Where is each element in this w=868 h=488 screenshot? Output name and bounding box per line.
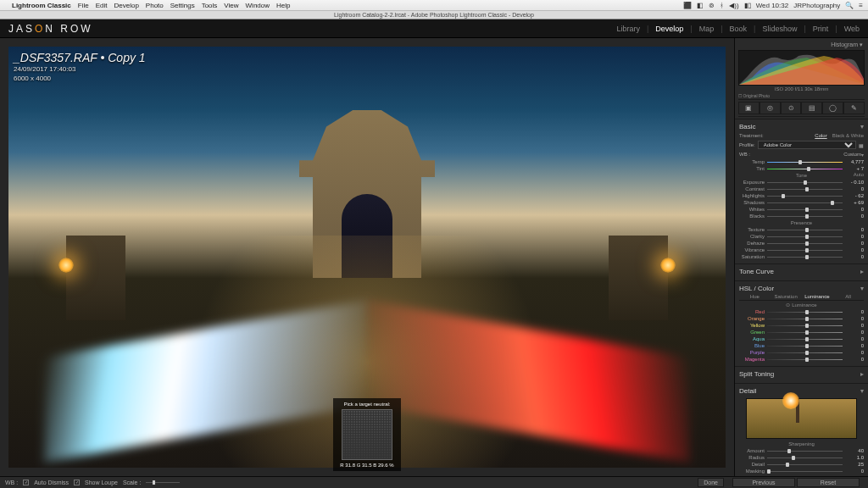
auto-dismiss-checkbox[interactable]: ✓ (23, 480, 29, 485)
module-library[interactable]: Library (616, 25, 640, 33)
radial-tool-icon[interactable]: ◯ (822, 102, 843, 114)
module-develop[interactable]: Develop (655, 25, 683, 33)
lum-aqua-slider[interactable] (767, 336, 843, 341)
done-button[interactable]: Done (698, 478, 724, 487)
texture-slider[interactable] (767, 227, 843, 232)
menu-help[interactable]: Help (276, 2, 290, 9)
brush-tool-icon[interactable]: ✎ (843, 102, 865, 114)
menu-develop[interactable]: Develop (114, 2, 138, 9)
module-book[interactable]: Book (730, 25, 748, 33)
scale-slider[interactable] (146, 482, 180, 483)
menu-edit[interactable]: Edit (96, 2, 108, 9)
lum-purple-slider[interactable] (767, 350, 843, 355)
previous-button[interactable]: Previous (732, 478, 795, 487)
filename: _DSF3357.RAF • Copy 1 (14, 50, 146, 65)
profile-select[interactable]: Adobe Color (758, 141, 856, 149)
battery-icon[interactable]: ▮▯ (744, 2, 751, 9)
lum-red-slider[interactable] (767, 309, 843, 314)
tint-value[interactable]: + 7 (845, 166, 864, 171)
capture-time: 24/09/2017 17:40:03 (14, 65, 146, 74)
module-web[interactable]: Web (844, 25, 860, 33)
detail-panel: Detail▾ Sharpening Amount40 Radius1.0 De… (735, 383, 868, 476)
sharpen-amount-slider[interactable] (767, 448, 843, 453)
crop-tool-icon[interactable]: ▣ (738, 102, 760, 114)
lum-magenta-slider[interactable] (767, 357, 843, 362)
hsl-tab-sat[interactable]: Saturation (771, 294, 802, 299)
detail-panel-header[interactable]: Detail▾ (739, 385, 864, 396)
shadows-slider[interactable] (767, 200, 843, 205)
treatment-bw[interactable]: Black & White (832, 133, 864, 138)
lum-orange-slider[interactable] (767, 316, 843, 321)
menu-file[interactable]: File (78, 2, 89, 9)
user-name[interactable]: JRPhotography (793, 2, 840, 9)
redeye-tool-icon[interactable]: ⊙ (781, 102, 802, 114)
bluetooth-icon[interactable]: ᚼ (720, 2, 724, 9)
basic-panel-header[interactable]: Basic▾ (739, 121, 864, 132)
temp-value[interactable]: 4,777 (845, 159, 864, 164)
histogram-title[interactable]: Histogram ▾ (738, 40, 865, 50)
hsl-tab-lum[interactable]: Luminance (802, 294, 833, 299)
contrast-slider[interactable] (767, 186, 843, 191)
temp-slider[interactable] (767, 159, 843, 164)
spot-tool-icon[interactable]: ◎ (760, 102, 781, 114)
menu-photo[interactable]: Photo (146, 2, 164, 9)
menu-view[interactable]: View (224, 2, 238, 9)
show-loupe-checkbox[interactable]: ✓ (74, 480, 80, 485)
hsl-tab-hue[interactable]: Hue (739, 294, 771, 299)
auto-tone-button[interactable]: Auto (854, 172, 864, 177)
module-slideshow[interactable]: Slideshow (762, 25, 797, 33)
histogram-exif: ISO 200 f/11 30s 18mm (738, 86, 865, 92)
hsl-tab-all[interactable]: All (832, 294, 864, 299)
lum-blue-slider[interactable] (767, 343, 843, 348)
status-icon[interactable]: ◧ (697, 2, 704, 9)
treatment-color[interactable]: Color (815, 133, 826, 138)
vibrance-slider[interactable] (767, 247, 843, 252)
volume-icon[interactable]: ◀)) (729, 2, 738, 9)
wb-loupe[interactable]: Pick a target neutral: R 31.8 G 31.5 B 2… (333, 398, 401, 471)
dehaze-slider[interactable] (767, 241, 843, 246)
detail-preview[interactable] (746, 398, 857, 439)
module-picker: Library| Develop| Map| Book| Slideshow| … (616, 25, 860, 33)
menu-icon[interactable]: ≡ (859, 2, 863, 9)
menu-window[interactable]: Window (246, 2, 270, 9)
module-print[interactable]: Print (813, 25, 829, 33)
histogram[interactable] (738, 50, 865, 86)
profile-label: Profile: (739, 142, 755, 147)
module-map[interactable]: Map (699, 25, 715, 33)
main-viewer[interactable]: _DSF3357.RAF • Copy 1 24/09/2017 17:40:0… (0, 38, 734, 476)
whites-slider[interactable] (767, 207, 843, 212)
blacks-slider[interactable] (767, 214, 843, 219)
menu-tools[interactable]: Tools (202, 2, 218, 9)
wifi-icon[interactable]: ⊚ (709, 2, 715, 9)
sharpen-radius-slider[interactable] (767, 455, 843, 460)
clarity-slider[interactable] (767, 234, 843, 239)
sharpen-detail-slider[interactable] (767, 462, 843, 467)
wb-label: WB : (739, 152, 843, 158)
loupe-grid (342, 409, 392, 460)
dimensions: 6000 x 4000 (14, 75, 146, 83)
status-icon[interactable]: ⬛ (683, 2, 692, 9)
loupe-title: Pick a target neutral: (337, 402, 398, 407)
original-photo-toggle[interactable]: ☐ Original Photo (738, 92, 865, 99)
highlights-slider[interactable] (767, 193, 843, 198)
app-name[interactable]: Lightroom Classic (12, 2, 71, 9)
clock[interactable]: Wed 10:32 (756, 2, 789, 9)
loupe-rgb: R 31.8 G 31.5 B 29.6 % (337, 463, 398, 468)
menu-settings[interactable]: Settings (170, 2, 195, 9)
reset-button[interactable]: Reset (797, 478, 860, 487)
lum-yellow-slider[interactable] (767, 323, 843, 328)
wb-value[interactable]: Custom (843, 152, 861, 158)
profile-browser-icon[interactable]: ▦ (859, 142, 864, 148)
treatment-label: Treatment: (739, 133, 811, 138)
tint-slider[interactable] (767, 166, 843, 171)
window-title: Lightroom Catalog-2-2.lrcat - Adobe Phot… (0, 11, 868, 19)
lum-green-slider[interactable] (767, 330, 843, 335)
tone-curve-panel[interactable]: Tone Curve▸ (735, 263, 868, 280)
gradient-tool-icon[interactable]: ▤ (801, 102, 822, 114)
saturation-slider[interactable] (767, 254, 843, 259)
split-toning-panel[interactable]: Split Toning▸ (735, 366, 868, 383)
exposure-slider[interactable] (767, 180, 843, 185)
sharpen-mask-slider[interactable] (767, 469, 843, 474)
hsl-panel-header[interactable]: HSL / Color▾ (739, 283, 864, 294)
search-icon[interactable]: 🔍 (845, 2, 854, 9)
